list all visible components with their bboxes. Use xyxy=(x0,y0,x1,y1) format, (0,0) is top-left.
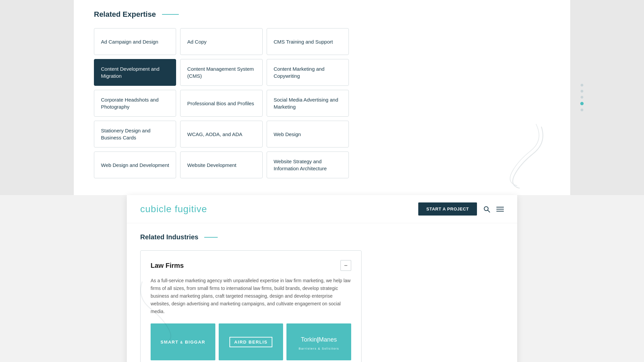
expertise-card-cms-training[interactable]: CMS Training and Support xyxy=(267,28,349,55)
expertise-card-prof-bios[interactable]: Professional Bios and Profiles xyxy=(180,90,262,117)
logo-aird-berlis: AIRD BERLIS xyxy=(229,337,272,347)
logo-tile-smart-biggar[interactable]: SMART & BIGGAR xyxy=(151,323,215,360)
expertise-card-web-design[interactable]: Web Design xyxy=(267,121,349,147)
top-section: Related Expertise Ad Campaign and Design… xyxy=(74,0,570,195)
scroll-dot-top-1[interactable] xyxy=(581,90,583,93)
site-logo: cubicle fugitive xyxy=(140,204,207,215)
expertise-card-content-mgmt[interactable]: Content Management System (CMS) xyxy=(180,59,262,86)
expertise-card-web-dev[interactable]: Web Design and Development xyxy=(94,152,176,178)
expertise-card-content-dev[interactable]: Content Development and Migration xyxy=(94,59,176,86)
expertise-grid: Ad Campaign and DesignAd CopyCMS Trainin… xyxy=(94,28,349,178)
related-industries-title: Related Industries xyxy=(140,233,504,241)
logo-tile-torkin-manes[interactable]: Torkin|Manes Barristers & Solicitors xyxy=(286,323,351,360)
logo-torkin-manes: Torkin|Manes xyxy=(298,334,339,346)
scroll-dot-top-4[interactable] xyxy=(581,109,583,111)
expertise-card-stationery[interactable]: Stationery Design and Business Cards xyxy=(94,121,176,147)
logo-smart-biggar: SMART & BIGGAR xyxy=(158,337,208,347)
logo-torkin-sub: Barristers & Solicitors xyxy=(298,347,339,350)
accordion-title: Law Firms xyxy=(151,262,184,269)
nav-bar: cubicle fugitive START A PROJECT xyxy=(127,195,517,223)
expertise-card-wcag[interactable]: WCAG, AODA, and ADA xyxy=(180,121,262,147)
scroll-dot-top-3[interactable] xyxy=(580,102,584,105)
expertise-card-ad-campaign[interactable]: Ad Campaign and Design xyxy=(94,28,176,55)
related-expertise-title: Related Expertise xyxy=(94,10,557,19)
expertise-card-content-mktg[interactable]: Content Marketing and Copywriting xyxy=(267,59,349,86)
svg-line-1 xyxy=(488,210,490,212)
menu-icon[interactable] xyxy=(496,205,504,213)
scroll-dots-top xyxy=(580,84,584,111)
expertise-card-social-media[interactable]: Social Media Advertising and Marketing xyxy=(267,90,349,117)
search-icon[interactable] xyxy=(483,205,490,213)
scroll-dot-top-0[interactable] xyxy=(581,84,583,86)
accordion-card: Law Firms − As a full-service marketing … xyxy=(140,250,362,362)
expertise-card-website-strategy[interactable]: Website Strategy and Information Archite… xyxy=(267,152,349,178)
start-project-button[interactable]: START A PROJECT xyxy=(418,202,477,216)
expertise-card-corp-headshots[interactable]: Corporate Headshots and Photography xyxy=(94,90,176,117)
accordion-body: As a full-service marketing agency with … xyxy=(151,277,351,315)
accordion-toggle-button[interactable]: − xyxy=(340,260,351,271)
logo-grid: SMART & BIGGAR AIRD BERLIS Torkin|Manes … xyxy=(151,323,351,360)
content-area: Related Industries Law Firms − As a full… xyxy=(127,223,517,362)
expertise-card-ad-copy[interactable]: Ad Copy xyxy=(180,28,262,55)
nav-right: START A PROJECT xyxy=(418,202,504,216)
logo-tile-aird-berlis[interactable]: AIRD BERLIS xyxy=(219,323,283,360)
swirl-decoration xyxy=(490,121,550,188)
accordion-header: Law Firms − xyxy=(151,260,351,271)
expertise-card-website-dev[interactable]: Website Development xyxy=(180,152,262,178)
bottom-section: cubicle fugitive START A PROJECT xyxy=(0,195,644,362)
scroll-dot-top-2[interactable] xyxy=(581,96,583,99)
browser-frame: cubicle fugitive START A PROJECT xyxy=(127,195,517,362)
